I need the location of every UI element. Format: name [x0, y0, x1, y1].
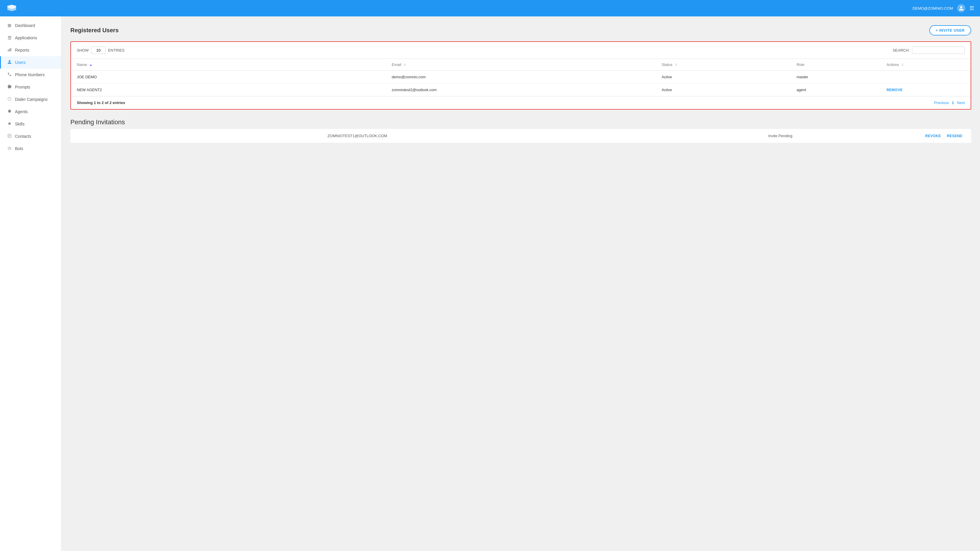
- show-label: SHOW: [77, 48, 89, 52]
- table-controls: SHOW ENTRIES SEARCH:: [71, 42, 970, 59]
- sidebar-label-contacts: Contacts: [15, 134, 31, 139]
- pagination-page-1[interactable]: 1: [952, 100, 954, 105]
- sidebar-label-prompts: Prompts: [15, 85, 30, 89]
- user-name-joe: JOE DEMO: [71, 71, 386, 84]
- sidebar-label-users: Users: [15, 60, 26, 65]
- sidebar-label-reports: Reports: [15, 48, 29, 52]
- pagination-next[interactable]: Next: [957, 100, 965, 105]
- main-content: Registered Users + INVITE USER SHOW ENTR…: [62, 16, 980, 551]
- sidebar-item-phone-numbers[interactable]: Phone Numbers: [0, 68, 61, 81]
- col-status[interactable]: Status ⇕: [655, 59, 791, 71]
- pagination: Previous 1 Next: [934, 100, 965, 105]
- users-table: Name ▲ Email ⇕ Status ⇕ Role: [71, 59, 970, 96]
- invitation-row: ZOMNIOTEST1@OUTLOOK.COM Invite Pending R…: [70, 129, 971, 143]
- col-role[interactable]: Role: [791, 59, 881, 71]
- sidebar-item-contacts[interactable]: Contacts: [0, 130, 61, 143]
- pending-invitations-card: ZOMNIOTEST1@OUTLOOK.COM Invite Pending R…: [70, 129, 971, 143]
- table-controls-right: SEARCH:: [892, 47, 965, 54]
- svg-point-10: [10, 148, 10, 149]
- col-name[interactable]: Name ▲: [71, 59, 386, 71]
- search-label: SEARCH:: [892, 48, 910, 52]
- sidebar-item-dialer-campaigns[interactable]: Dialer Campaigns: [0, 93, 61, 105]
- table-header: Name ▲ Email ⇕ Status ⇕ Role: [71, 59, 970, 71]
- user-avatar-icon[interactable]: [957, 4, 965, 12]
- search-input[interactable]: [912, 47, 965, 54]
- sidebar-item-dashboard[interactable]: ⊞ Dashboard: [0, 19, 61, 32]
- sidebar-label-applications: Applications: [15, 35, 37, 40]
- sidebar-label-skills: Skills: [15, 122, 25, 126]
- applications-icon: ☰: [7, 35, 12, 40]
- revoke-button[interactable]: REVOKE: [925, 134, 941, 138]
- invitation-actions: REVOKE RESEND: [925, 134, 963, 138]
- entries-label: ENTRIES: [108, 48, 124, 52]
- sidebar-item-skills[interactable]: Skills: [0, 118, 61, 130]
- user-name-agent2: NEW AGENT2: [71, 84, 386, 97]
- agents-icon: [7, 109, 12, 114]
- table-footer: Showing 1 to 2 of 2 entries Previous 1 N…: [71, 96, 970, 109]
- sidebar-item-reports[interactable]: Reports: [0, 44, 61, 56]
- prompts-icon: [7, 84, 12, 90]
- bots-icon: [7, 146, 12, 151]
- user-role-joe: master: [791, 71, 881, 84]
- svg-point-9: [8, 148, 9, 149]
- sidebar-item-prompts[interactable]: Prompts: [0, 81, 61, 93]
- svg-rect-2: [10, 48, 11, 51]
- user-email: DEMO@ZOMNIO.COM: [913, 6, 953, 11]
- logo: [6, 3, 18, 13]
- dialer-campaigns-icon: [7, 97, 12, 102]
- user-action-joe: [881, 71, 970, 84]
- header: DEMO@ZOMNIO.COM ☰: [0, 0, 980, 16]
- resend-button[interactable]: RESEND: [947, 134, 963, 138]
- sidebar-label-dashboard: Dashboard: [15, 23, 35, 28]
- svg-point-12: [9, 146, 10, 147]
- showing-text: Showing 1 to 2 of 2 entries: [77, 100, 125, 105]
- table-controls-left: SHOW ENTRIES: [77, 47, 125, 54]
- sidebar-item-users[interactable]: Users: [0, 56, 61, 68]
- svg-rect-8: [8, 148, 11, 150]
- skills-icon: [7, 121, 12, 127]
- remove-button[interactable]: REMOVE: [886, 88, 903, 92]
- registered-users-table-card: SHOW ENTRIES SEARCH: Name ▲: [70, 41, 971, 110]
- page-title: Registered Users: [70, 27, 119, 34]
- sidebar-item-bots[interactable]: Bots: [0, 143, 61, 155]
- status-sort-icon: ⇕: [675, 63, 678, 67]
- col-email[interactable]: Email ⇕: [386, 59, 655, 71]
- col-actions: Actions ⇕: [881, 59, 970, 71]
- invitation-status: Invite Pending: [641, 133, 919, 138]
- actions-sort-icon: ⇕: [901, 63, 904, 67]
- user-status-agent2: Active: [655, 84, 791, 97]
- sidebar-label-dialer-campaigns: Dialer Campaigns: [15, 97, 48, 102]
- table-row: JOE DEMO demo@zomnio.com Active master: [71, 71, 970, 84]
- header-right: DEMO@ZOMNIO.COM ☰: [913, 4, 974, 12]
- dashboard-icon: ⊞: [7, 23, 12, 28]
- user-status-joe: Active: [655, 71, 791, 84]
- hamburger-menu-icon[interactable]: ☰: [969, 5, 974, 11]
- sidebar-label-phone-numbers: Phone Numbers: [15, 72, 45, 77]
- pending-invitations-title: Pending Invitations: [70, 118, 971, 126]
- pagination-previous[interactable]: Previous: [934, 100, 949, 105]
- table-row: NEW AGENT2 zomniotest2@outlook.com Activ…: [71, 84, 970, 97]
- contacts-icon: [7, 133, 12, 139]
- user-role-agent2: agent: [791, 84, 881, 97]
- email-sort-icon: ⇕: [404, 63, 406, 67]
- users-icon: [7, 60, 12, 65]
- user-email-joe: demo@zomnio.com: [386, 71, 655, 84]
- svg-rect-1: [9, 49, 10, 51]
- sidebar-label-agents: Agents: [15, 109, 28, 114]
- svg-rect-0: [8, 50, 8, 52]
- page-header: Registered Users + INVITE USER: [70, 25, 971, 35]
- invitation-email: ZOMNIOTEST1@OUTLOOK.COM: [79, 133, 635, 138]
- name-sort-asc-icon: ▲: [89, 63, 92, 67]
- user-action-agent2[interactable]: REMOVE: [881, 84, 970, 97]
- phone-numbers-icon: [7, 72, 12, 77]
- table-body: JOE DEMO demo@zomnio.com Active master N…: [71, 71, 970, 97]
- invite-user-button[interactable]: + INVITE USER: [929, 25, 971, 35]
- sidebar-item-applications[interactable]: ☰ Applications: [0, 32, 61, 44]
- sidebar-label-bots: Bots: [15, 146, 23, 151]
- sidebar: ⊞ Dashboard ☰ Applications Reports Users…: [0, 16, 62, 551]
- reports-icon: [7, 48, 12, 53]
- user-email-agent2: zomniotest2@outlook.com: [386, 84, 655, 97]
- show-entries-input[interactable]: [91, 47, 105, 54]
- sidebar-item-agents[interactable]: Agents: [0, 105, 61, 118]
